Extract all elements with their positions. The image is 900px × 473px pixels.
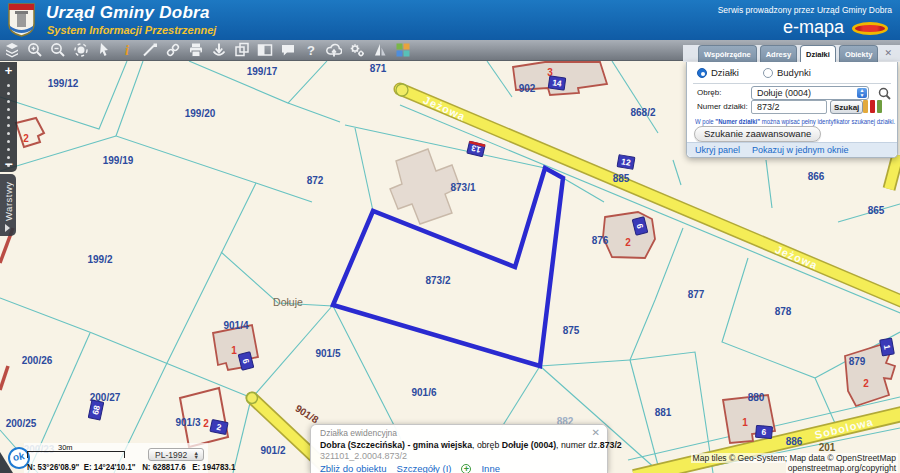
svg-text:199/17: 199/17 bbox=[247, 66, 278, 77]
pointer-icon[interactable] bbox=[92, 40, 115, 60]
link-icon[interactable] bbox=[161, 40, 184, 60]
print-icon[interactable] bbox=[184, 40, 207, 60]
select-area-icon[interactable] bbox=[69, 40, 92, 60]
feature-popup: Działka ewidencyjna ✕ Dobra (Szczecińska… bbox=[310, 424, 608, 473]
radio-dot-selected bbox=[697, 68, 707, 78]
radio-dzialki[interactable]: Działki bbox=[697, 67, 739, 78]
svg-text:12: 12 bbox=[620, 156, 631, 168]
svg-text:200/26: 200/26 bbox=[22, 355, 53, 366]
comment-icon[interactable] bbox=[276, 40, 299, 60]
zoom-out-icon[interactable] bbox=[46, 40, 69, 60]
app-title: Urząd Gminy Dobra bbox=[46, 3, 210, 23]
panel-close-icon[interactable]: ✕ bbox=[884, 48, 892, 58]
download-icon[interactable] bbox=[207, 40, 230, 60]
radio-dot bbox=[763, 68, 773, 78]
tab-dzialki[interactable]: Działki bbox=[800, 45, 836, 62]
numer-input[interactable]: 873/2 bbox=[751, 100, 827, 114]
svg-text:885: 885 bbox=[613, 173, 630, 184]
search-tabstrip: Współrzędne Adresy Działki Obiekty ✕ bbox=[683, 45, 900, 62]
zoom-out-button[interactable]: − bbox=[0, 156, 17, 172]
map-attribution: Map tiles © Geo-System; Map data © OpenS… bbox=[691, 453, 898, 473]
zoom-slider[interactable] bbox=[0, 84, 17, 167]
layout-icon[interactable] bbox=[253, 40, 276, 60]
hint-text: W pole "Numer działki" można wpisać pełn… bbox=[695, 117, 895, 126]
svg-text:901/6: 901/6 bbox=[411, 387, 436, 398]
search-icon[interactable] bbox=[878, 87, 891, 100]
zoom-to-object-link[interactable]: Zbliż do obiektu bbox=[320, 463, 387, 473]
legend-swatches bbox=[863, 100, 882, 113]
svg-text:?: ? bbox=[307, 43, 315, 58]
osm-link[interactable]: openstreetmap.org/copyright bbox=[786, 463, 898, 473]
obreb-select[interactable]: Dołuje (0004) ▲▼ bbox=[751, 86, 869, 100]
panel-footer: Ukryj panel Pokazuj w jednym oknie bbox=[687, 142, 897, 157]
inne-link[interactable]: Inne bbox=[481, 463, 500, 473]
svg-text:865: 865 bbox=[868, 205, 885, 216]
place-label: Dołuje bbox=[273, 296, 303, 308]
tab-adresy[interactable]: Adresy bbox=[760, 45, 797, 62]
svg-text:866: 866 bbox=[808, 171, 825, 182]
svg-text:901/5: 901/5 bbox=[315, 348, 340, 359]
select-spinner-icon[interactable]: ▲▼ bbox=[857, 88, 867, 98]
svg-text:875: 875 bbox=[563, 325, 580, 336]
zoom-in-icon[interactable] bbox=[23, 40, 46, 60]
svg-text:2: 2 bbox=[625, 237, 631, 248]
layers-panel-tab[interactable]: Warstwy bbox=[0, 174, 16, 236]
help-icon[interactable]: ? bbox=[299, 40, 322, 60]
geosystem-logo bbox=[852, 22, 888, 35]
popup-id: 321101_2.0004.873/2 bbox=[320, 451, 599, 461]
zoom-strip: + − bbox=[0, 62, 17, 172]
details-link[interactable]: Szczegóły (I) bbox=[397, 463, 452, 473]
expand-arrow-icon bbox=[5, 224, 10, 232]
hide-panel-link[interactable]: Ukryj panel bbox=[695, 145, 740, 157]
info-icon[interactable]: i bbox=[115, 40, 138, 60]
tab-wspolrzedne[interactable]: Współrzędne bbox=[698, 45, 757, 62]
svg-text:873/2: 873/2 bbox=[425, 275, 450, 286]
svg-text:2: 2 bbox=[23, 133, 29, 144]
svg-text:878: 878 bbox=[775, 306, 792, 317]
svg-text:2: 2 bbox=[203, 418, 209, 429]
service-note: Serwis prowadzony przez Urząd Gminy Dobr… bbox=[718, 5, 892, 15]
legend-icon[interactable] bbox=[391, 40, 414, 60]
compass-icon[interactable] bbox=[368, 40, 391, 60]
app-subtitle: System Informacji Przestrzennej bbox=[47, 24, 216, 36]
svg-text:879: 879 bbox=[849, 356, 866, 367]
app: Jeżowa Jeżowa Sobolowa 199/12 199/17 199… bbox=[0, 0, 900, 473]
layers-icon[interactable] bbox=[0, 40, 23, 60]
coordinates-readout: N: 53°26'08.9" E: 14°24'10.1" N: 628817.… bbox=[27, 462, 235, 472]
header: Urząd Gminy Dobra System Informacji Prze… bbox=[0, 0, 900, 40]
advanced-search-button[interactable]: Szukanie zaawansowane bbox=[694, 126, 821, 142]
popup-title: Dobra (Szczecińska) - gmina wiejska, obr… bbox=[320, 439, 577, 450]
svg-text:876: 876 bbox=[592, 235, 609, 246]
zoom-in-button[interactable]: + bbox=[0, 63, 17, 78]
svg-text:201: 201 bbox=[819, 442, 836, 453]
coat-of-arms bbox=[8, 3, 35, 37]
cloud-upload-icon[interactable] bbox=[322, 40, 345, 60]
svg-text:881: 881 bbox=[655, 407, 672, 418]
scale-label: 30m bbox=[58, 443, 73, 452]
svg-text:868/2: 868/2 bbox=[630, 107, 655, 118]
svg-text:886: 886 bbox=[786, 436, 803, 447]
svg-text:199/19: 199/19 bbox=[103, 155, 134, 166]
obreb-label: Obręb: bbox=[697, 88, 721, 97]
svg-text:14: 14 bbox=[552, 77, 563, 88]
measure-icon[interactable] bbox=[138, 40, 161, 60]
svg-text:901/3: 901/3 bbox=[175, 417, 200, 428]
emapa-brand: e-mapa bbox=[783, 17, 844, 38]
svg-text:1: 1 bbox=[742, 417, 748, 428]
crs-select[interactable]: PL-1992▲▼ bbox=[148, 448, 204, 461]
add-icon[interactable]: + bbox=[461, 464, 471, 473]
popup-type: Działka ewidencyjna bbox=[320, 428, 599, 438]
popup-links: Zbliż do obiektu Szczegóły (I) + Inne bbox=[320, 463, 599, 473]
radio-budynki[interactable]: Budynki bbox=[763, 67, 811, 78]
svg-text:902: 902 bbox=[519, 83, 536, 94]
svg-text:877: 877 bbox=[688, 289, 705, 300]
szukaj-button[interactable]: Szukaj bbox=[830, 100, 863, 114]
divider bbox=[693, 83, 891, 84]
one-window-link[interactable]: Pokazuj w jednym oknie bbox=[752, 145, 849, 157]
tab-obiekty[interactable]: Obiekty bbox=[839, 45, 879, 62]
copy-icon[interactable] bbox=[230, 40, 253, 60]
settings-icon[interactable] bbox=[345, 40, 368, 60]
svg-text:199/12: 199/12 bbox=[48, 78, 79, 89]
svg-text:872: 872 bbox=[307, 175, 324, 186]
popup-close-icon[interactable]: ✕ bbox=[592, 427, 600, 438]
